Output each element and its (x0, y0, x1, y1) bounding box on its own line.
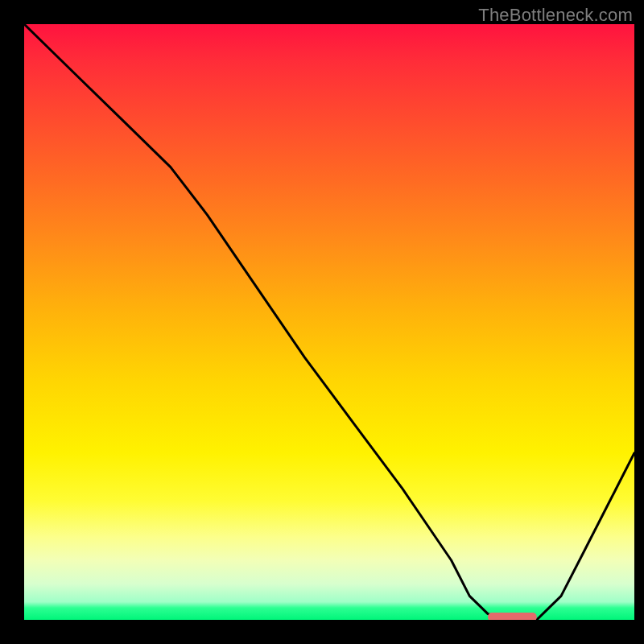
watermark-text: TheBottleneck.com (478, 5, 633, 26)
chart-container: TheBottleneck.com (0, 0, 644, 644)
plot-area (24, 24, 634, 620)
optimum-marker (24, 24, 634, 620)
optimum-range-bar (488, 613, 537, 620)
